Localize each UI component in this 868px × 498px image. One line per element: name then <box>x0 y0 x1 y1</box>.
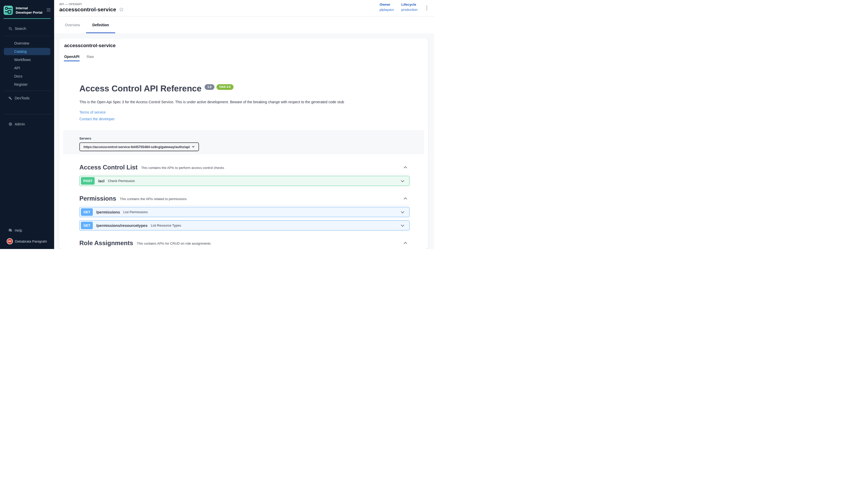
chevron-up-icon[interactable] <box>403 241 407 245</box>
swagger-ui: Access Control API Reference 1.0 OAS 3.0… <box>59 84 428 249</box>
contact-developer-link[interactable]: Contact the developer <box>79 117 428 121</box>
sidebar-item-label: Docs <box>14 74 23 78</box>
sidebar-item-label: Catalog <box>14 50 27 54</box>
sidebar-item-register[interactable]: Register <box>0 80 54 89</box>
section-description: This contains the APIs to perform access… <box>141 165 224 170</box>
sidebar-item-overview[interactable]: Overview <box>0 39 54 48</box>
endpoint-summary: List Resource Types <box>151 223 181 227</box>
server-url-value: https://accesscontrol-service-6d45755484… <box>84 145 190 149</box>
app-window: Internal Developer Portal Search Overvie… <box>0 0 434 249</box>
version-badge: 1.0 <box>205 84 214 90</box>
chevron-down-icon[interactable] <box>400 179 405 183</box>
chevron-up-icon[interactable] <box>403 197 407 200</box>
sidebar-item-admin[interactable]: Admin <box>0 120 54 128</box>
api-title: Access Control API Reference <box>79 84 202 93</box>
gear-icon <box>9 122 12 126</box>
sidebar-item-devtools[interactable]: DevTools <box>0 94 54 102</box>
endpoint-summary: List Permissions <box>124 210 148 214</box>
more-options-kebab-icon[interactable] <box>426 6 427 10</box>
entity-header: API — OPENAPI accesscontrol-service Owne… <box>54 0 434 16</box>
portal-logo-icon <box>3 5 13 15</box>
lifecycle-value: production <box>401 8 418 12</box>
sidebar-item-label: Search <box>15 27 26 31</box>
favorite-star-icon[interactable] <box>119 7 124 12</box>
section-header[interactable]: Permissions This contains the APIs relat… <box>79 195 409 202</box>
sidebar-item-label: Register <box>14 82 28 87</box>
section-title: Access Control List <box>79 163 137 171</box>
user-menu[interactable]: DP Debabrata Panigrahi <box>0 238 54 244</box>
sidebar-item-label: API <box>14 66 20 70</box>
section-title: Permissions <box>79 195 116 202</box>
tab-definition[interactable]: Definition <box>86 16 115 33</box>
lifecycle-label: Lifecycle <box>401 3 418 6</box>
sidebar-item-label: Help <box>15 228 22 233</box>
chevron-down-icon[interactable] <box>400 224 405 227</box>
sidebar-item-label: DevTools <box>15 96 30 100</box>
endpoint-path: /permissions <box>96 210 120 214</box>
oas-badge: OAS 3.0 <box>216 84 233 90</box>
method-badge: GET <box>81 222 93 229</box>
chevron-down-icon <box>192 145 195 148</box>
sidebar-item-help[interactable]: ? Help <box>0 226 54 235</box>
section-permissions: Permissions This contains the APIs relat… <box>79 195 409 231</box>
sidebar-item-label: Overview <box>14 41 29 45</box>
entity-tabs: Overview Definition <box>54 16 434 33</box>
section-title: Role Assignments <box>79 239 133 247</box>
section-description: This contains APIs for CRUD on role assi… <box>137 240 211 245</box>
sidebar-item-label: Workflows <box>14 58 31 62</box>
chevron-down-icon[interactable] <box>400 210 405 214</box>
server-url-select[interactable]: https://accesscontrol-service-6d45755484… <box>79 142 199 151</box>
lifecycle-meta: Lifecycle production <box>401 3 418 12</box>
sidebar-brand[interactable]: Internal Developer Portal <box>0 0 54 15</box>
endpoint-summary: Check Permission <box>108 179 135 183</box>
main-area: API — OPENAPI accesscontrol-service Owne… <box>54 0 434 249</box>
endpoint-post-acl[interactable]: POST /acl Check Permission <box>79 176 409 186</box>
endpoint-path: /acl <box>98 179 104 183</box>
card-title: accesscontrol-service <box>59 39 428 49</box>
user-name: Debabrata Panigrahi <box>15 239 47 243</box>
definition-format-tabs: OpenAPI Raw <box>59 55 428 61</box>
svg-text:?: ? <box>9 229 10 231</box>
sidebar-divider <box>4 91 51 91</box>
servers-section: Servers https://accesscontrol-service-6d… <box>63 130 424 154</box>
method-badge: POST <box>81 177 94 185</box>
endpoint-get-permissions-resourcetypes[interactable]: GET /permissions/resourcetypes List Reso… <box>79 220 409 231</box>
sidebar-item-docs[interactable]: Docs <box>0 72 54 80</box>
content-background: accesscontrol-service OpenAPI Raw Access… <box>54 33 434 249</box>
tab-overview[interactable]: Overview <box>59 16 86 33</box>
method-badge: GET <box>81 208 93 216</box>
brand-title: Internal Developer Portal <box>16 5 44 15</box>
sidebar-item-search[interactable]: Search <box>0 25 54 33</box>
help-chat-icon: ? <box>9 228 12 233</box>
owner-label: Owner <box>380 3 394 6</box>
brand-accent-divider <box>4 18 51 19</box>
api-description: This is the Open Api Spec 3 for the Acce… <box>79 100 405 104</box>
section-header[interactable]: Role Assignments This contains APIs for … <box>79 239 409 247</box>
section-header[interactable]: Access Control List This contains the AP… <box>79 163 409 171</box>
avatar: DP <box>7 238 13 244</box>
breadcrumb: API — OPENAPI <box>59 0 434 6</box>
wrench-icon <box>9 96 12 100</box>
terms-of-service-link[interactable]: Terms of service <box>79 110 428 115</box>
endpoint-get-permissions[interactable]: GET /permissions List Permissions <box>79 207 409 217</box>
apps-grid-icon[interactable] <box>47 5 51 12</box>
page-title: accesscontrol-service <box>59 6 116 13</box>
section-role-assignments: Role Assignments This contains APIs for … <box>79 239 409 249</box>
sidebar-item-workflows[interactable]: Workflows <box>0 56 54 64</box>
search-icon <box>9 27 12 31</box>
section-divider <box>79 205 409 206</box>
owner-meta: Owner plplayacc <box>380 3 394 12</box>
section-divider <box>79 174 409 174</box>
definition-card: accesscontrol-service OpenAPI Raw Access… <box>59 39 428 249</box>
chevron-up-icon[interactable] <box>403 166 407 169</box>
sidebar-item-api[interactable]: API <box>0 64 54 72</box>
owner-link[interactable]: plplayacc <box>380 8 394 12</box>
sidebar-item-catalog[interactable]: Catalog <box>4 48 50 55</box>
endpoint-path: /permissions/resourcetypes <box>96 223 148 228</box>
tab-raw[interactable]: Raw <box>87 55 94 61</box>
section-access-control-list: Access Control List This contains the AP… <box>79 163 409 186</box>
sidebar-item-label: Admin <box>15 122 25 126</box>
tab-openapi[interactable]: OpenAPI <box>64 55 79 61</box>
sidebar-spacer <box>0 128 54 226</box>
servers-label: Servers <box>79 137 424 140</box>
